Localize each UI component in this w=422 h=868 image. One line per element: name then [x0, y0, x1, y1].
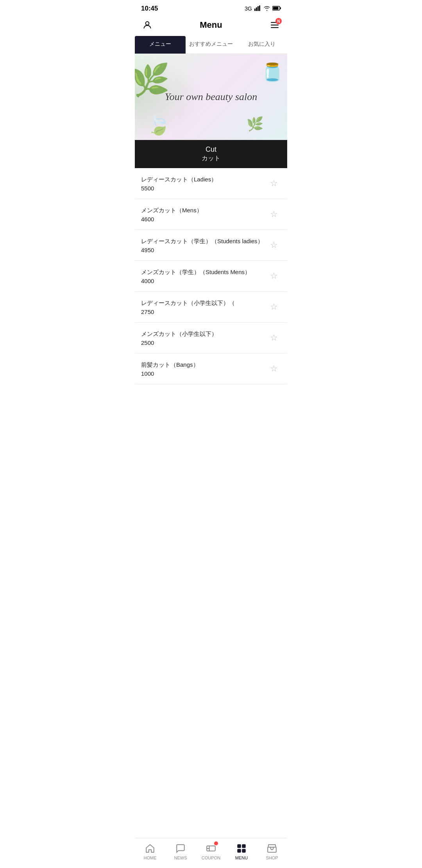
- menu-item: レディースカット（学生）（Students ladies） 4950 ☆: [135, 230, 287, 261]
- menu-item: レディースカット（Ladies） 5500 ☆: [135, 168, 287, 199]
- menu-item-name-3: レディースカット（学生）（Students ladies）: [141, 237, 267, 245]
- menu-item-name-5: レディースカット（小学生以下）（: [141, 299, 267, 307]
- svg-rect-5: [273, 7, 279, 10]
- favorite-button-3[interactable]: ☆: [267, 238, 281, 252]
- svg-rect-0: [254, 9, 256, 11]
- profile-button[interactable]: [141, 19, 154, 31]
- status-bar: 10:45 3G: [135, 0, 287, 16]
- menu-item: メンズカット（Mens） 4600 ☆: [135, 199, 287, 230]
- menu-item-name-6: メンズカット（小学生以下）: [141, 330, 267, 338]
- status-icons: 3G: [245, 5, 281, 12]
- favorite-button-1[interactable]: ☆: [267, 176, 281, 190]
- menu-item-info-7: 前髪カット（Bangs） 1000: [141, 360, 267, 377]
- menu-item-info-5: レディースカット（小学生以下）（ 2750: [141, 299, 267, 315]
- svg-rect-1: [256, 7, 257, 11]
- content-area: Your own beauty salon Cut カット レディースカット（L…: [135, 54, 287, 420]
- menu-item-name-1: レディースカット（Ladies）: [141, 175, 267, 183]
- menu-item-info-2: メンズカット（Mens） 4600: [141, 206, 267, 222]
- tabs-container: メニュー おすすめメニュー お気に入り: [135, 36, 287, 54]
- menu-item-price-3: 4950: [141, 247, 267, 253]
- status-time: 10:45: [141, 5, 158, 13]
- svg-point-7: [146, 22, 149, 25]
- menu-list: レディースカット（Ladies） 5500 ☆ メンズカット（Mens） 460…: [135, 168, 287, 384]
- section-title-english: Cut: [140, 145, 282, 154]
- signal-strength-icon: [254, 5, 261, 12]
- banner: Your own beauty salon: [135, 54, 287, 140]
- battery-icon: [272, 5, 281, 12]
- menu-item-name-2: メンズカット（Mens）: [141, 206, 267, 214]
- header: Menu N: [135, 16, 287, 36]
- menu-item-price-6: 2500: [141, 339, 267, 346]
- signal-icon: 3G: [245, 5, 252, 12]
- svg-rect-2: [257, 6, 259, 11]
- favorite-button-5[interactable]: ☆: [267, 300, 281, 314]
- menu-item: 前髪カット（Bangs） 1000 ☆: [135, 353, 287, 384]
- svg-rect-3: [259, 5, 260, 11]
- menu-item-info-1: レディースカット（Ladies） 5500: [141, 175, 267, 192]
- menu-item-price-5: 2750: [141, 308, 267, 315]
- menu-item-price-7: 1000: [141, 370, 267, 377]
- tab-menu[interactable]: メニュー: [135, 36, 186, 54]
- menu-item-info-4: メンズカット（学生）（Students Mens） 4000: [141, 268, 267, 284]
- notification-badge: N: [275, 18, 282, 24]
- menu-item-price-4: 4000: [141, 278, 267, 284]
- menu-item-price-2: 4600: [141, 216, 267, 222]
- favorite-button-6[interactable]: ☆: [267, 331, 281, 345]
- page-title: Menu: [154, 20, 268, 30]
- favorite-button-4[interactable]: ☆: [267, 269, 281, 283]
- menu-item: メンズカット（学生）（Students Mens） 4000 ☆: [135, 261, 287, 292]
- svg-rect-6: [280, 7, 281, 9]
- menu-item-price-1: 5500: [141, 185, 267, 192]
- tab-favorites[interactable]: お気に入り: [236, 36, 287, 54]
- menu-item-name-4: メンズカット（学生）（Students Mens）: [141, 268, 267, 276]
- menu-item-name-7: 前髪カット（Bangs）: [141, 360, 267, 369]
- menu-button[interactable]: N: [268, 19, 281, 31]
- menu-item-info-3: レディースカット（学生）（Students ladies） 4950: [141, 237, 267, 253]
- banner-text: Your own beauty salon: [165, 91, 257, 103]
- section-title: Cut カット: [135, 140, 287, 168]
- tab-recommended[interactable]: おすすめメニュー: [186, 36, 236, 54]
- wifi-icon: [264, 5, 270, 12]
- menu-item: レディースカット（小学生以下）（ 2750 ☆: [135, 292, 287, 323]
- favorite-button-2[interactable]: ☆: [267, 207, 281, 221]
- menu-item-info-6: メンズカット（小学生以下） 2500: [141, 330, 267, 346]
- favorite-button-7[interactable]: ☆: [267, 362, 281, 376]
- menu-item: メンズカット（小学生以下） 2500 ☆: [135, 323, 287, 353]
- section-title-japanese: カット: [140, 154, 282, 163]
